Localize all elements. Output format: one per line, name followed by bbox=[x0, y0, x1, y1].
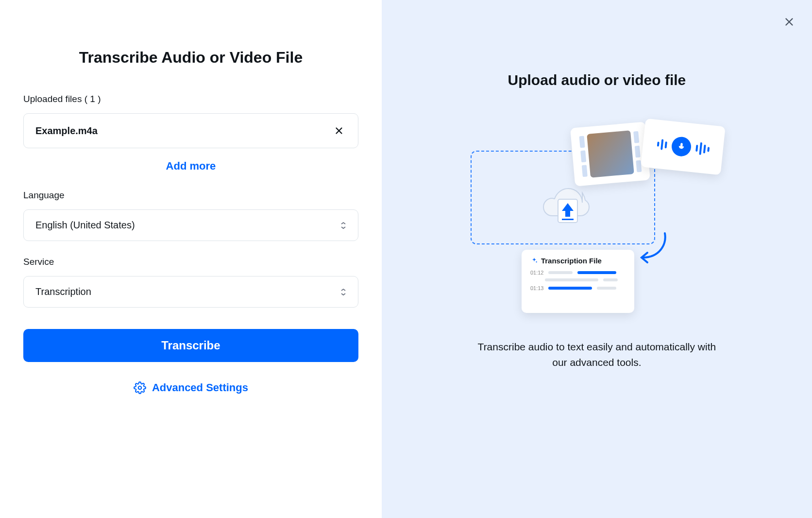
chevron-updown-icon bbox=[340, 222, 346, 229]
transcribe-button[interactable]: Transcribe bbox=[23, 329, 358, 362]
language-label: Language bbox=[23, 190, 358, 201]
audio-card-illustration bbox=[641, 119, 726, 175]
transcript-card-title: Transcription File bbox=[541, 257, 602, 265]
file-name: Example.m4a bbox=[35, 125, 98, 137]
add-more-link[interactable]: Add more bbox=[23, 160, 358, 173]
transcript-timestamp: 01:13 bbox=[530, 285, 544, 291]
svg-rect-2 bbox=[562, 219, 574, 220]
advanced-settings-button[interactable]: Advanced Settings bbox=[23, 381, 358, 394]
transcript-timestamp: 01:12 bbox=[530, 270, 544, 276]
info-panel: Upload audio or video file bbox=[382, 0, 812, 518]
arrow-icon bbox=[636, 229, 675, 268]
service-select[interactable]: Transcription bbox=[23, 276, 358, 308]
info-description: Transcribe audio to text easily and auto… bbox=[475, 339, 718, 370]
illustration: Transcription File 01:12 01:13 bbox=[471, 118, 723, 322]
mic-icon bbox=[670, 136, 692, 157]
video-card-illustration bbox=[570, 121, 650, 186]
uploaded-file-item: Example.m4a bbox=[23, 113, 358, 148]
svg-point-0 bbox=[138, 386, 142, 390]
transcript-card-illustration: Transcription File 01:12 01:13 bbox=[522, 250, 634, 313]
page-title: Transcribe Audio or Video File bbox=[23, 49, 358, 67]
advanced-settings-label: Advanced Settings bbox=[152, 381, 248, 394]
form-panel: Transcribe Audio or Video File Uploaded … bbox=[0, 0, 382, 518]
sparkle-icon bbox=[530, 257, 538, 265]
gear-icon bbox=[134, 381, 146, 394]
info-title: Upload audio or video file bbox=[508, 72, 686, 88]
close-button[interactable] bbox=[781, 14, 797, 32]
service-value: Transcription bbox=[35, 286, 91, 297]
language-value: English (United States) bbox=[35, 220, 135, 231]
remove-file-button[interactable] bbox=[332, 123, 346, 138]
close-icon bbox=[783, 16, 795, 28]
chevron-updown-icon bbox=[340, 288, 346, 296]
close-icon bbox=[334, 125, 344, 136]
language-select[interactable]: English (United States) bbox=[23, 209, 358, 241]
uploaded-files-label: Uploaded files ( 1 ) bbox=[23, 94, 358, 104]
service-label: Service bbox=[23, 257, 358, 267]
